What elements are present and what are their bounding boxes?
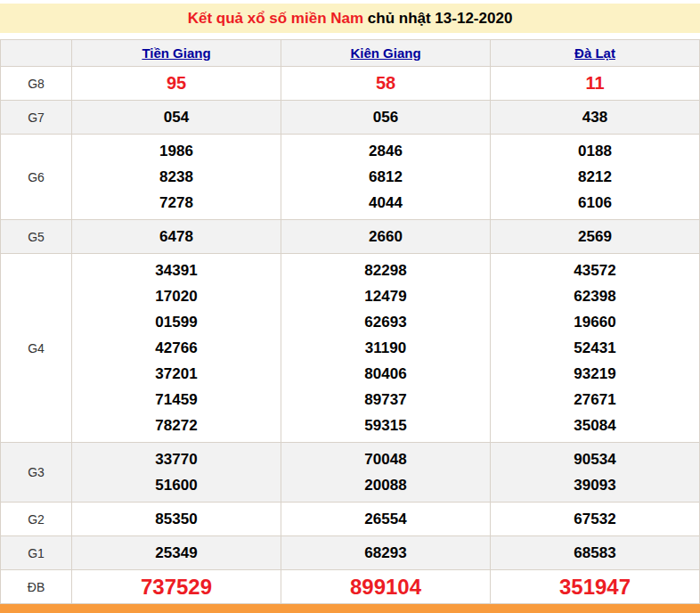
prize-number: 2660 xyxy=(281,224,490,249)
prize-number: 8212 xyxy=(491,164,699,190)
prize-numbers-cell: 85350 xyxy=(72,503,281,536)
table-row: G8955811 xyxy=(1,67,700,101)
prize-number: 34391 xyxy=(72,257,281,283)
station-link-da-lat[interactable]: Đà Lạt xyxy=(574,45,615,61)
prize-label: G7 xyxy=(1,101,72,135)
prize-number: 90534 xyxy=(491,446,699,472)
prize-number: 85350 xyxy=(72,506,281,532)
table-row: G434391170200159942766372017145978272822… xyxy=(1,254,700,443)
prize-number: 7278 xyxy=(72,190,281,216)
prize-number: 11 xyxy=(491,70,699,96)
prize-numbers-cell: 34391170200159942766372017145978272 xyxy=(72,254,281,443)
page-title: Kết quả xổ số miền Nam chủ nhật 13-12-20… xyxy=(0,4,700,33)
column-header-da-lat: Đà Lạt xyxy=(491,40,700,67)
prize-number: 68583 xyxy=(491,540,699,566)
prize-number: 20088 xyxy=(281,472,490,498)
prize-label: G4 xyxy=(1,254,72,443)
prize-number: 12479 xyxy=(281,283,490,309)
table-row: G7054056438 xyxy=(1,101,700,135)
prize-number: 31190 xyxy=(281,335,490,361)
table-row: ĐB737529899104351947 xyxy=(1,570,700,604)
prize-number: 8238 xyxy=(72,164,281,190)
prize-numbers-cell: 438 xyxy=(491,101,700,135)
table-row: G3337705160070048200889053439093 xyxy=(1,443,700,503)
prize-numbers-cell: 11 xyxy=(491,67,700,101)
prize-numbers-cell: 68583 xyxy=(491,536,700,570)
table-row: G5647826602569 xyxy=(1,220,700,254)
prize-numbers-cell: 9053439093 xyxy=(491,443,700,503)
prize-number: 89737 xyxy=(281,387,490,413)
table-header-row: Tiền Giang Kiên Giang Đà Lạt xyxy=(1,40,700,67)
prize-number: 70048 xyxy=(281,446,490,472)
prize-number: 82298 xyxy=(281,257,490,283)
prize-number: 19660 xyxy=(491,309,699,335)
prize-numbers-cell: 43572623981966052431932192767135084 xyxy=(491,254,700,443)
prize-number: 438 xyxy=(491,104,699,130)
prize-number: 71459 xyxy=(72,387,281,413)
prize-number: 27671 xyxy=(491,387,699,413)
prize-number: 35084 xyxy=(491,413,699,438)
prize-numbers-cell: 2569 xyxy=(491,220,700,254)
table-row: G1253496829368583 xyxy=(1,536,700,570)
prize-number: 0188 xyxy=(491,138,699,164)
prize-number: 52431 xyxy=(491,335,699,361)
prize-numbers-cell: 737529 xyxy=(72,570,281,604)
column-header-tien-giang: Tiền Giang xyxy=(72,40,281,67)
prize-number: 6812 xyxy=(281,164,490,190)
prize-label: ĐB xyxy=(1,570,72,604)
footer-orange-strip xyxy=(0,604,700,613)
prize-number: 62693 xyxy=(281,309,490,335)
prize-number: 351947 xyxy=(491,574,699,600)
prize-number: 2569 xyxy=(491,224,699,249)
prize-label: G1 xyxy=(1,536,72,570)
prize-number: 25349 xyxy=(72,540,281,566)
prize-numbers-cell: 95 xyxy=(72,67,281,101)
prize-number: 33770 xyxy=(72,446,281,472)
prize-number: 93219 xyxy=(491,361,699,387)
prize-number: 42766 xyxy=(72,335,281,361)
prize-numbers-cell: 2660 xyxy=(281,220,491,254)
prize-numbers-cell: 198682387278 xyxy=(72,135,281,220)
results-body: G8955811G7054056438G61986823872782846681… xyxy=(1,67,700,604)
prize-label: G2 xyxy=(1,503,72,536)
prize-number: 26554 xyxy=(281,506,490,532)
prize-numbers-cell: 68293 xyxy=(281,536,491,570)
prize-number: 4044 xyxy=(281,190,490,216)
prize-number: 1986 xyxy=(72,138,281,164)
prize-number: 80406 xyxy=(281,361,490,387)
prize-numbers-cell: 351947 xyxy=(491,570,700,604)
station-link-tien-giang[interactable]: Tiền Giang xyxy=(142,45,210,61)
prize-numbers-cell: 67532 xyxy=(491,503,700,536)
page-title-date: chủ nhật 13-12-2020 xyxy=(363,10,512,28)
prize-number: 056 xyxy=(281,104,490,130)
prize-numbers-cell: 018882126106 xyxy=(491,135,700,220)
prize-numbers-cell: 899104 xyxy=(281,570,491,604)
prize-number: 17020 xyxy=(72,283,281,309)
prize-number: 01599 xyxy=(72,309,281,335)
page-title-region: Kết quả xổ số miền Nam xyxy=(188,10,363,28)
prize-number: 054 xyxy=(72,104,281,130)
station-link-kien-giang[interactable]: Kiên Giang xyxy=(350,45,420,61)
corner-cell xyxy=(1,40,72,67)
prize-numbers-cell: 26554 xyxy=(281,503,491,536)
prize-number: 2846 xyxy=(281,138,490,164)
prize-numbers-cell: 82298124796269331190804068973759315 xyxy=(281,254,491,443)
prize-number: 37201 xyxy=(72,361,281,387)
column-header-kien-giang: Kiên Giang xyxy=(281,40,491,67)
prize-number: 67532 xyxy=(491,506,699,532)
prize-number: 737529 xyxy=(72,574,281,600)
prize-number: 39093 xyxy=(491,472,699,498)
prize-numbers-cell: 58 xyxy=(281,67,491,101)
prize-numbers-cell: 3377051600 xyxy=(72,443,281,503)
prize-label: G5 xyxy=(1,220,72,254)
prize-label: G8 xyxy=(1,67,72,101)
prize-numbers-cell: 284668124044 xyxy=(281,135,491,220)
prize-number: 62398 xyxy=(491,283,699,309)
prize-number: 6478 xyxy=(72,224,281,249)
prize-number: 43572 xyxy=(491,257,699,283)
prize-numbers-cell: 6478 xyxy=(72,220,281,254)
prize-number: 6106 xyxy=(491,190,699,216)
prize-numbers-cell: 7004820088 xyxy=(281,443,491,503)
prize-numbers-cell: 056 xyxy=(281,101,491,135)
prize-numbers-cell: 25349 xyxy=(72,536,281,570)
